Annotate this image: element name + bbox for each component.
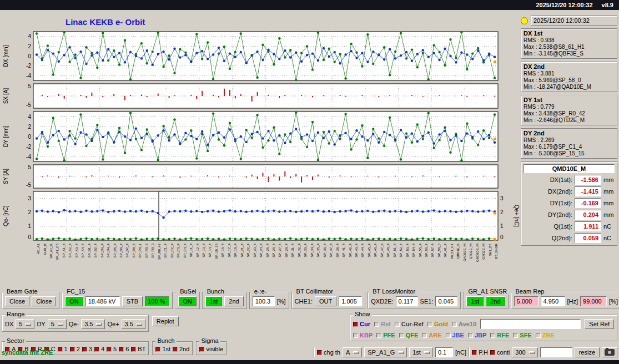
beam-rep-actual: 4.950 <box>541 296 565 306</box>
show-cur-toggle[interactable]: Cur <box>353 321 370 327</box>
fc15-group: FC_15 ON 18.486 kV STB 100 % <box>62 292 173 309</box>
range-qep-select[interactable]: 3.5 <box>122 319 145 329</box>
screenshot-button[interactable] <box>602 347 617 357</box>
svg-text:0: 0 <box>28 234 31 240</box>
show-qfe-toggle[interactable]: QFE <box>399 332 419 338</box>
threshold-field[interactable]: 0.1 <box>435 347 453 357</box>
bunch-2nd-button[interactable]: 2nd <box>224 296 243 306</box>
svg-text:1: 1 <box>500 223 504 229</box>
bunch-1st-button[interactable]: 1st <box>205 296 223 306</box>
beam-gate-close-button-2[interactable]: Close <box>32 296 56 306</box>
station-label: QMD10E_M <box>476 244 479 262</box>
station-label: SP_46_4 <box>374 244 377 257</box>
station-label: SP_44_4 <box>361 244 364 257</box>
station-label: SP_A2_4 <box>68 244 72 257</box>
top-titlebar: 2025/12/20 12:00:32 v8.9 <box>0 0 619 10</box>
monitor-value: 0.059 <box>575 233 601 243</box>
interval-select[interactable]: 300 <box>512 347 537 357</box>
dropdown-caret-icon <box>398 351 404 354</box>
bunch-select[interactable]: 1st <box>409 347 433 357</box>
show-ave10-toggle[interactable]: Ave10 <box>452 321 476 327</box>
conti-toggle[interactable]: conti <box>490 349 510 356</box>
status-row: syncdata init ZRE chg th A SP_A1_G 1st 0… <box>2 346 617 358</box>
station-select[interactable]: SP_A1_G <box>364 347 407 357</box>
station-label: SP_A1_C5 <box>56 244 59 260</box>
station-label: SP_B6_4 <box>119 244 123 257</box>
misc-input[interactable] <box>540 347 572 357</box>
show-jbe-toggle[interactable]: JBE <box>446 332 464 338</box>
separator <box>469 347 470 357</box>
station-label: GUN_B <box>43 244 47 255</box>
checkbox <box>536 333 541 338</box>
status-panel: 2025/12/20 12:00:32 DX 1st RMS : 0.938 M… <box>521 16 617 246</box>
beam-rep-percent: 99.000 <box>580 296 607 306</box>
range-dy-select[interactable]: 5 <box>48 319 67 329</box>
station-label: SP_36_4 <box>323 244 326 257</box>
svg-text:-5: -5 <box>26 102 31 108</box>
station-label: SP_R0_2 <box>145 244 148 258</box>
che1-out-button[interactable]: OUT <box>315 296 336 306</box>
show-kbp-toggle[interactable]: KBP <box>353 332 373 338</box>
station-label: SP_32_4 <box>298 244 301 257</box>
bunch-select-group: Bunch 1st 2nd <box>202 292 247 309</box>
station-label: SP_52_4 <box>399 244 402 257</box>
replot-button[interactable]: Replot <box>152 316 179 326</box>
bt-collimator-group: BT Collimator CHE1: OUT 1.005 <box>291 292 366 309</box>
station-label: SP_16_4 <box>221 244 224 257</box>
show-cur-ref-toggle[interactable]: Cur-Ref <box>395 321 424 327</box>
page-title: Linac KEKB e- Orbit <box>66 17 145 27</box>
fc15-stb-button[interactable]: STB <box>122 296 143 306</box>
station-label: SP_51_4 <box>393 244 396 257</box>
svg-text:SY [A]: SY [A] <box>3 169 9 184</box>
checkbox <box>422 333 427 338</box>
resize-button[interactable]: resize <box>575 347 600 357</box>
station-label: SP_C3_4 <box>177 244 180 258</box>
show-sfe-toggle[interactable]: SFE <box>513 332 531 338</box>
snsr-1st-button[interactable]: 1st <box>466 296 484 306</box>
range-dx-label: DX <box>5 321 13 327</box>
set-ref-button[interactable]: Set Ref <box>585 319 614 329</box>
beam-rep-percent-unit: [%] <box>609 298 618 305</box>
stat-box-dy1: DY 1st RMS : 0.779 Max : 3.438@SP_R0_42 … <box>521 95 617 125</box>
station-label: SP_57_4 <box>431 244 434 257</box>
svg-text:4: 4 <box>28 33 31 39</box>
station-label: SP_54_4 <box>412 244 415 257</box>
beam-gate-close-button-1[interactable]: Close <box>5 296 29 306</box>
busel-on-button[interactable]: ON <box>178 296 197 306</box>
range-qem-select[interactable]: 3.5 <box>81 319 105 329</box>
checkbox <box>427 322 432 327</box>
station-label: SP_41_4 <box>342 244 345 257</box>
station-label: SP_21_4 <box>240 244 244 257</box>
checkbox <box>353 322 358 327</box>
show-gold-toggle[interactable]: Gold <box>427 321 448 327</box>
ref-name-input[interactable] <box>480 319 581 329</box>
station-label: SE1_BT <box>489 244 492 256</box>
ph-toggle[interactable]: P.H <box>472 349 488 356</box>
station-label: SP_11_4 <box>189 244 193 257</box>
range-dx-select[interactable]: 5 <box>16 319 34 329</box>
show-rfe-toggle[interactable]: RFE <box>490 332 509 338</box>
controls-row-1: Beam Gate Close Close FC_15 ON 18.486 kV… <box>2 288 617 309</box>
svg-text:2: 2 <box>28 209 31 215</box>
show-ref-toggle[interactable]: Ref <box>374 321 391 327</box>
show-pfe-toggle[interactable]: PFE <box>376 332 395 338</box>
sector-select[interactable]: A <box>343 347 362 357</box>
chg-th-toggle[interactable]: chg th <box>317 349 340 356</box>
station-label: SP_31_4 <box>291 244 294 257</box>
fc15-on-button[interactable]: ON <box>65 296 83 306</box>
show-jbp-toggle[interactable]: JBP <box>468 332 486 338</box>
station-label: SP_25_4 <box>266 244 269 257</box>
monitor-value: -1.586 <box>575 175 601 185</box>
fc15-kv-value: 18.486 kV <box>85 296 120 306</box>
station-label: SP_B2_4 <box>94 244 97 257</box>
show-zre-toggle[interactable]: ZRE <box>536 332 555 338</box>
snsr-2nd-button[interactable]: 2nd <box>486 296 505 306</box>
stat-box-dx1: DX 1st RMS : 0.938 Max : 2.538@S8_61_H1 … <box>521 28 617 59</box>
titlebar-version: v8.9 <box>602 2 613 8</box>
show-are-toggle[interactable]: ARE <box>422 332 441 338</box>
busel-group: BuSel ON <box>175 292 200 309</box>
station-label: SP_R0_1 <box>138 244 142 258</box>
station-label: SP_C2_4 <box>170 244 174 258</box>
monitor-row: DY(1st): -0.169 mm <box>524 198 615 208</box>
panel-timestamp: 2025/12/20 12:00:32 <box>531 16 617 26</box>
